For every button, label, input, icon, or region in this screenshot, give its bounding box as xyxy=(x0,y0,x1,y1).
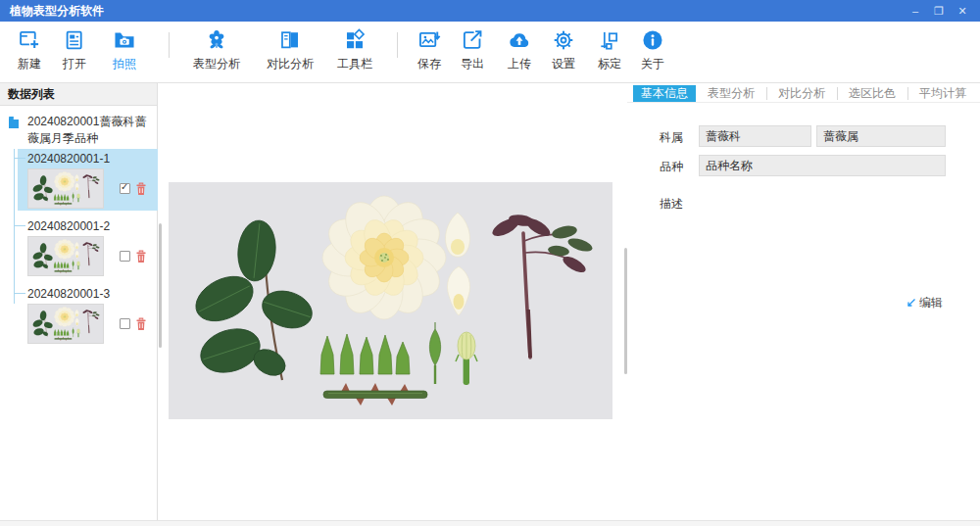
description-area[interactable] xyxy=(699,193,946,291)
close-button[interactable]: ✕ xyxy=(951,0,974,22)
toolbar-separator xyxy=(169,32,170,58)
toolbar-label: 上传 xyxy=(508,56,531,72)
toolbar-button-save[interactable]: 保存 xyxy=(409,27,450,72)
properties-panel: 基本信息 表型分析 对比分析 选区比色 平均计算 科属 品种 描述 编辑 xyxy=(627,83,980,520)
delete-icon[interactable] xyxy=(135,317,147,331)
flower-analysis-icon xyxy=(204,27,229,53)
camera-icon xyxy=(112,27,137,53)
data-list-header: 数据列表 xyxy=(0,83,157,106)
toolbar-button-new[interactable]: 新建 xyxy=(7,27,52,72)
toolbar-label: 对比分析 xyxy=(267,56,314,72)
sample-thumbnail[interactable] xyxy=(27,304,104,344)
save-image-icon xyxy=(416,27,442,53)
status-strip xyxy=(0,520,980,526)
delete-icon[interactable] xyxy=(135,250,147,263)
toolbar-button-open[interactable]: 打开 xyxy=(52,27,97,72)
toolbar-label: 关于 xyxy=(641,56,664,72)
tree-root-node[interactable]: 20240820001蔷薇科蔷薇属月季品种 xyxy=(0,110,157,149)
sample-label[interactable]: 20240820001-2 xyxy=(27,218,158,234)
toolbar-button-tools[interactable]: 工具栏 xyxy=(323,27,386,72)
toolbar-button-upload[interactable]: 上传 xyxy=(499,27,540,72)
toolbar-button-about[interactable]: 关于 xyxy=(632,27,673,72)
upload-cloud-icon xyxy=(507,27,532,53)
toolbar-label: 标定 xyxy=(598,56,621,72)
restore-button[interactable]: ❐ xyxy=(927,0,951,22)
sample-checkbox[interactable] xyxy=(120,251,130,262)
window-controls: – ❐ ✕ xyxy=(904,0,974,22)
genus-input[interactable] xyxy=(816,125,946,147)
new-document-icon xyxy=(17,27,42,53)
description-label: 描述 xyxy=(660,196,683,213)
toolbar-label: 新建 xyxy=(18,56,41,72)
delete-icon[interactable] xyxy=(135,182,147,196)
sample-checkbox[interactable] xyxy=(120,183,130,194)
tab-region-colorimetry[interactable]: 选区比色 xyxy=(837,85,907,102)
compare-book-icon xyxy=(277,27,303,53)
toolbar-button-compare-analysis[interactable]: 对比分析 xyxy=(259,27,321,72)
minimize-button[interactable]: – xyxy=(904,0,927,22)
toolbar-label: 表型分析 xyxy=(193,56,240,72)
tree-item-sample-1[interactable]: 20240820001-1 xyxy=(18,149,158,211)
sample-label[interactable]: 20240820001-3 xyxy=(27,286,158,302)
panel-tabs: 基本信息 表型分析 对比分析 选区比色 平均计算 xyxy=(627,85,980,103)
open-file-icon xyxy=(62,27,87,53)
tab-basic-info[interactable]: 基本信息 xyxy=(633,85,696,102)
family-genus-label: 科属 xyxy=(660,129,683,146)
tab-average-calculation[interactable]: 平均计算 xyxy=(907,85,978,102)
sample-thumbnail[interactable] xyxy=(27,236,104,276)
info-icon xyxy=(640,27,665,53)
tab-compare-analysis[interactable]: 对比分析 xyxy=(766,85,837,102)
sidebar-scrollbar[interactable] xyxy=(159,223,162,348)
title-bar: 植物表型分析软件 – ❐ ✕ xyxy=(0,0,980,22)
gear-icon xyxy=(551,27,576,53)
variety-label: 品种 xyxy=(660,159,683,175)
application-window: 植物表型分析软件 – ❐ ✕ 新建 xyxy=(0,0,980,526)
edit-icon xyxy=(905,298,916,310)
toolbar-button-phenotype-analysis[interactable]: 表型分析 xyxy=(185,27,248,72)
sample-label[interactable]: 20240820001-1 xyxy=(27,151,158,167)
toolbar-label: 导出 xyxy=(461,56,484,72)
toolbar-separator xyxy=(397,32,398,58)
sample-checkbox[interactable] xyxy=(120,318,130,329)
toolbar-label: 保存 xyxy=(417,56,441,72)
data-tree: 20240820001蔷薇科蔷薇属月季品种 20240820001-1 xyxy=(0,106,157,346)
family-input[interactable] xyxy=(699,125,811,147)
edit-link[interactable]: 编辑 xyxy=(905,295,943,311)
toolbar-label: 拍照 xyxy=(113,56,136,72)
tools-grid-icon xyxy=(342,27,368,53)
toolbar-button-settings[interactable]: 设置 xyxy=(543,27,584,72)
main-toolbar: 新建 打开 拍照 xyxy=(0,22,980,83)
sample-thumbnail[interactable] xyxy=(27,168,104,209)
toolbar-label: 打开 xyxy=(63,56,86,72)
edit-label: 编辑 xyxy=(919,295,943,311)
export-icon xyxy=(460,27,485,53)
tree-connector-line xyxy=(14,149,15,304)
toolbar-button-capture[interactable]: 拍照 xyxy=(102,27,147,72)
tree-item-sample-3[interactable]: 20240820001-3 xyxy=(18,284,158,346)
toolbar-button-export[interactable]: 导出 xyxy=(452,27,493,72)
window-title: 植物表型分析软件 xyxy=(0,3,104,20)
calibration-icon xyxy=(597,27,622,53)
variety-input[interactable] xyxy=(699,155,946,176)
toolbar-label: 工具栏 xyxy=(337,56,372,72)
toolbar-label: 设置 xyxy=(552,56,575,72)
toolbar-button-calibrate[interactable]: 标定 xyxy=(589,27,630,72)
specimen-photo[interactable] xyxy=(169,182,612,419)
dataset-folder-icon xyxy=(8,116,20,129)
tree-item-sample-2[interactable]: 20240820001-2 xyxy=(18,216,158,278)
tab-phenotype-analysis[interactable]: 表型分析 xyxy=(696,85,766,102)
tree-root-label: 20240820001蔷薇科蔷薇属月季品种 xyxy=(27,114,151,147)
data-list-panel: 数据列表 20240820001蔷薇科蔷薇属月季品种 20240820001-1 xyxy=(0,83,158,520)
